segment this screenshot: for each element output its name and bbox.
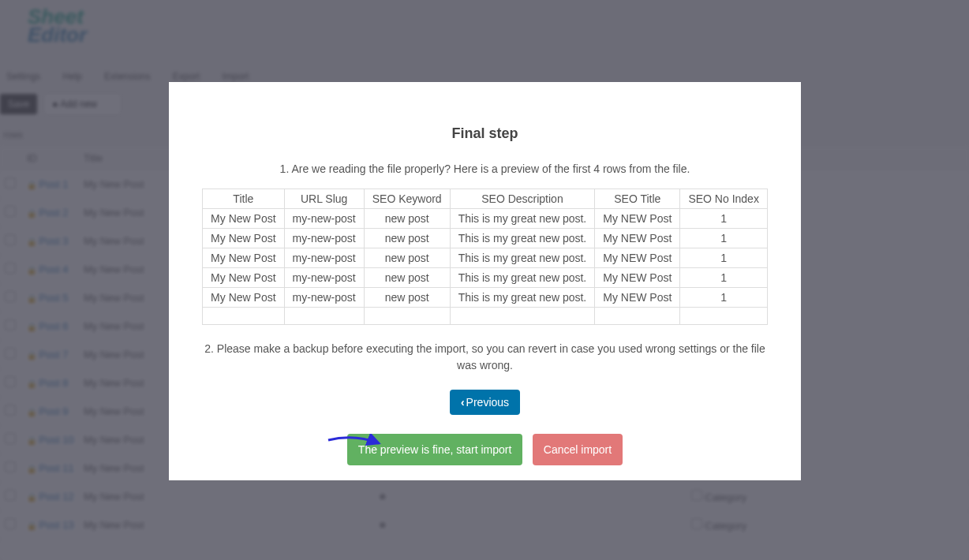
modal-note-2: 2. Please make a backup before executing… bbox=[200, 341, 769, 374]
preview-cell: My New Post bbox=[203, 229, 284, 248]
preview-cell: my-new-post bbox=[284, 288, 364, 308]
preview-header-cell: SEO Description bbox=[450, 189, 595, 209]
preview-header-cell: URL Slug bbox=[284, 189, 364, 209]
preview-row: My New Postmy-new-postnew postThis is my… bbox=[203, 248, 768, 268]
preview-empty-cell bbox=[595, 308, 680, 325]
preview-cell: my-new-post bbox=[284, 209, 364, 229]
preview-cell: My NEW Post bbox=[595, 248, 680, 268]
preview-empty-cell bbox=[680, 308, 768, 325]
previous-button[interactable]: ‹Previous bbox=[450, 390, 520, 415]
preview-cell: new post bbox=[364, 229, 450, 248]
preview-header-cell: SEO Keyword bbox=[364, 189, 450, 209]
preview-header-cell: SEO Title bbox=[595, 189, 680, 209]
preview-empty-cell bbox=[203, 308, 284, 325]
preview-row: My New Postmy-new-postnew postThis is my… bbox=[203, 268, 768, 288]
preview-empty-cell bbox=[450, 308, 595, 325]
preview-cell: new post bbox=[364, 288, 450, 308]
cancel-import-button[interactable]: Cancel import bbox=[533, 434, 623, 465]
action-row: The preview is fine, start import Cancel… bbox=[200, 429, 769, 470]
preview-cell: new post bbox=[364, 268, 450, 288]
import-final-step-modal: Final step 1. Are we reading the file pr… bbox=[169, 82, 801, 480]
preview-cell: my-new-post bbox=[284, 229, 364, 248]
modal-note-1: 1. Are we reading the file properly? Her… bbox=[200, 161, 769, 177]
preview-cell: new post bbox=[364, 248, 450, 268]
chevron-left-icon: ‹ bbox=[461, 396, 465, 409]
preview-empty-cell bbox=[364, 308, 450, 325]
preview-cell: My New Post bbox=[203, 248, 284, 268]
preview-cell: This is my great new post. bbox=[450, 229, 595, 248]
preview-cell: my-new-post bbox=[284, 248, 364, 268]
preview-cell: my-new-post bbox=[284, 268, 364, 288]
preview-cell: This is my great new post. bbox=[450, 268, 595, 288]
preview-cell: My NEW Post bbox=[595, 288, 680, 308]
preview-header-cell: SEO No Index bbox=[680, 189, 768, 209]
import-preview-table: TitleURL SlugSEO KeywordSEO DescriptionS… bbox=[202, 189, 768, 325]
preview-cell: My New Post bbox=[203, 288, 284, 308]
preview-cell: This is my great new post. bbox=[450, 248, 595, 268]
preview-cell: My NEW Post bbox=[595, 209, 680, 229]
preview-row: My New Postmy-new-postnew postThis is my… bbox=[203, 209, 768, 229]
preview-cell: 1 bbox=[680, 209, 768, 229]
preview-header-row: TitleURL SlugSEO KeywordSEO DescriptionS… bbox=[203, 189, 768, 209]
preview-cell: This is my great new post. bbox=[450, 209, 595, 229]
preview-cell: This is my great new post. bbox=[450, 288, 595, 308]
preview-cell: 1 bbox=[680, 229, 768, 248]
preview-row: My New Postmy-new-postnew postThis is my… bbox=[203, 288, 768, 308]
preview-cell: 1 bbox=[680, 268, 768, 288]
preview-row: My New Postmy-new-postnew postThis is my… bbox=[203, 229, 768, 248]
preview-cell: My NEW Post bbox=[595, 229, 680, 248]
arrow-annotation-icon bbox=[327, 434, 382, 450]
preview-header-cell: Title bbox=[203, 189, 284, 209]
preview-cell: My New Post bbox=[203, 268, 284, 288]
previous-label: Previous bbox=[466, 396, 509, 409]
preview-cell: My New Post bbox=[203, 209, 284, 229]
preview-cell: 1 bbox=[680, 288, 768, 308]
preview-cell: new post bbox=[364, 209, 450, 229]
preview-cell: 1 bbox=[680, 248, 768, 268]
preview-empty-row bbox=[203, 308, 768, 325]
preview-cell: My NEW Post bbox=[595, 268, 680, 288]
preview-empty-cell bbox=[284, 308, 364, 325]
modal-title: Final step bbox=[200, 125, 769, 142]
